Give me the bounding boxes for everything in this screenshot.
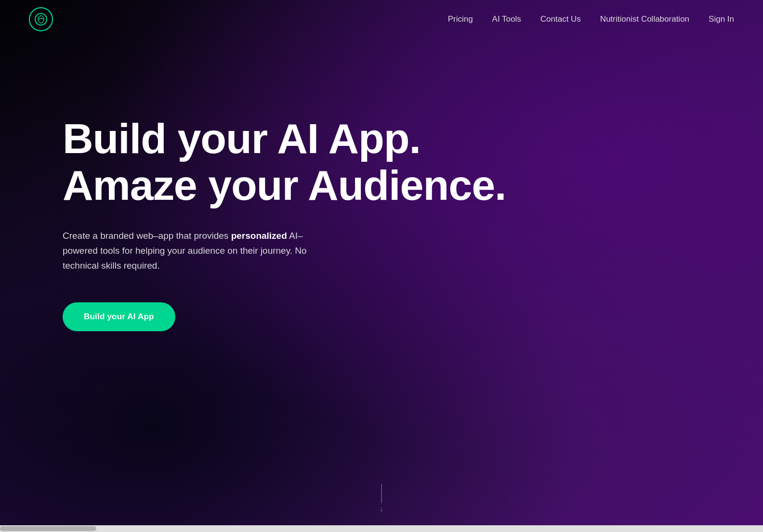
- nav-link-pricing[interactable]: Pricing: [448, 14, 473, 24]
- hero-subtitle-bold: personalized: [231, 231, 287, 241]
- hero-subtitle-pre: Create a branded web–app that provides: [63, 231, 231, 241]
- hero-title-line1: Build your AI App.: [63, 115, 421, 162]
- navbar: Pricing AI Tools Contact Us Nutritionist…: [0, 0, 763, 39]
- cta-button[interactable]: Build your AI App: [63, 302, 175, 331]
- logo-icon: [29, 7, 53, 31]
- hero-title-line2: Amaze your Audience.: [63, 161, 506, 209]
- hero-subtitle: Create a branded web–app that provides p…: [63, 228, 313, 273]
- scroll-line: [382, 484, 382, 503]
- scrollbar-area[interactable]: [0, 525, 763, 532]
- nav-link-nutritionist[interactable]: Nutritionist Collaboration: [600, 14, 689, 24]
- nav-link-contact[interactable]: Contact Us: [540, 14, 581, 24]
- hero-section: Build your AI App. Amaze your Audience. …: [0, 39, 763, 360]
- scrollbar-thumb[interactable]: [0, 526, 96, 531]
- scroll-indicator: ↓: [380, 484, 383, 513]
- nav-link-signin[interactable]: Sign In: [709, 14, 734, 24]
- logo-area[interactable]: [29, 7, 53, 31]
- nav-links: Pricing AI Tools Contact Us Nutritionist…: [448, 14, 734, 24]
- scroll-arrow-icon: ↓: [380, 505, 383, 513]
- hero-title: Build your AI App. Amaze your Audience.: [63, 116, 705, 209]
- page-wrapper: Pricing AI Tools Contact Us Nutritionist…: [0, 0, 763, 532]
- nav-link-ai-tools[interactable]: AI Tools: [492, 14, 521, 24]
